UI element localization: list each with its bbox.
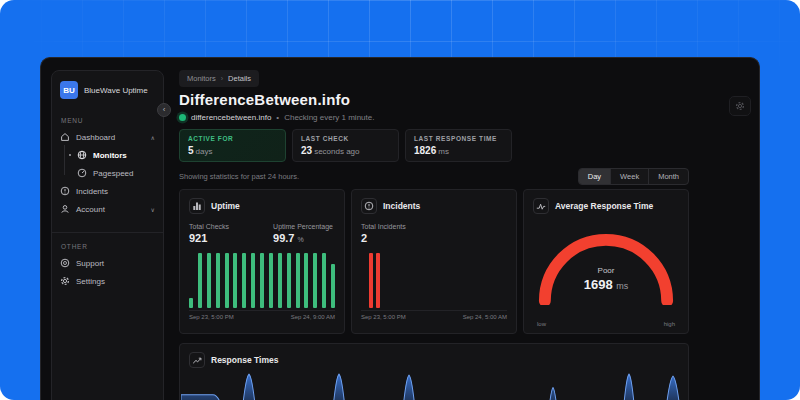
chevron-up-icon: ∧ xyxy=(151,134,155,141)
sidebar-item-label: Monitors xyxy=(93,151,127,160)
stat-value: 5days xyxy=(188,145,277,156)
total-checks: Total Checks 921 xyxy=(189,223,229,244)
stat-value: 23seconds ago xyxy=(301,145,390,156)
incidents-bar-chart xyxy=(361,253,507,308)
metric-cards-row: Uptime Total Checks 921 Uptime Percentag… xyxy=(179,189,689,334)
card-title: Average Response Time xyxy=(555,201,653,211)
app-name: BlueWave Uptime xyxy=(84,86,148,95)
stat-label: ACTIVE FOR xyxy=(188,135,277,142)
uptime-stats: Total Checks 921 Uptime Percentage 99.7 … xyxy=(189,223,335,244)
home-icon xyxy=(60,132,70,142)
uptime-percentage: Uptime Percentage 99.7 % xyxy=(273,223,333,244)
app-window: BU BlueWave Uptime ‹ MENU Dashboard ∧ Mo… xyxy=(40,57,760,400)
uptime-bar-chart xyxy=(189,253,335,308)
gear-icon xyxy=(735,101,745,111)
monitor-configure-button[interactable] xyxy=(729,96,751,116)
pulse-line-icon xyxy=(533,198,549,214)
breadcrumb-separator-icon: › xyxy=(221,75,223,82)
status-up-dot-icon xyxy=(179,114,186,121)
sidebar-collapse-button[interactable]: ‹ xyxy=(157,103,171,117)
gauge-icon xyxy=(77,168,87,178)
status-separator: • xyxy=(276,113,279,122)
gear-icon xyxy=(60,276,70,286)
stat-card-last-check: LAST CHECK 23seconds ago xyxy=(292,129,399,162)
monitor-status-row: differencebetween.info • Checking every … xyxy=(179,113,374,122)
checking-interval-note: Checking every 1 minute. xyxy=(284,113,374,122)
range-toggle-month[interactable]: Month xyxy=(648,169,688,184)
trend-up-icon xyxy=(189,352,205,368)
other-section-label: OTHER xyxy=(52,233,163,254)
uptime-card: Uptime Total Checks 921 Uptime Percentag… xyxy=(179,189,345,334)
response-times-path xyxy=(181,374,687,400)
stat-cards-row: ACTIVE FOR 5days LAST CHECK 23seconds ag… xyxy=(179,129,512,162)
sidebar-item-label: Dashboard xyxy=(76,133,115,142)
gauge-status-label: Poor xyxy=(533,266,679,275)
chevron-down-icon: ∨ xyxy=(151,206,155,213)
sidebar-item-label: Incidents xyxy=(76,187,108,196)
sidebar: BU BlueWave Uptime ‹ MENU Dashboard ∧ Mo… xyxy=(51,70,164,400)
stat-value: 1826ms xyxy=(414,145,503,156)
uptime-card-header: Uptime xyxy=(189,198,335,214)
stats-period-note: Showing statistics for past 24 hours. xyxy=(179,172,299,181)
range-toggle: Day Week Month xyxy=(578,168,689,185)
card-title: Uptime xyxy=(211,201,240,211)
uptime-x-axis: Sep 23, 5:00 PMSep 24, 9:00 AM xyxy=(189,310,335,320)
sidebar-item-incidents[interactable]: Incidents xyxy=(52,182,163,200)
app-logo-row: BU BlueWave Uptime xyxy=(52,71,163,107)
stats-note-row: Showing statistics for past 24 hours. Da… xyxy=(179,168,689,185)
globe-icon xyxy=(77,150,87,160)
app-logo: BU xyxy=(60,81,78,99)
stat-card-last-response-time: LAST RESPONSE TIME 1826ms xyxy=(405,129,512,162)
breadcrumb-monitors[interactable]: Monitors xyxy=(187,74,216,83)
page-title: DifferenceBetween.info xyxy=(179,91,350,108)
stat-label: LAST CHECK xyxy=(301,135,390,142)
response-times-chart xyxy=(181,372,687,400)
menu-section-label: MENU xyxy=(52,107,163,128)
breadcrumb: Monitors › Details xyxy=(179,70,259,87)
person-icon xyxy=(60,204,70,214)
help-icon xyxy=(60,258,70,268)
avg-response-card-header: Average Response Time xyxy=(533,198,679,214)
sidebar-item-account[interactable]: Account ∨ xyxy=(52,200,163,218)
incidents-card: Incidents Total Incidents 2 Sep 23, 5:00… xyxy=(351,189,517,334)
response-times-card: Response Times xyxy=(179,343,689,400)
sidebar-item-label: Pagespeed xyxy=(93,169,133,178)
sidebar-item-dashboard[interactable]: Dashboard ∧ xyxy=(52,128,163,146)
sidebar-item-label: Account xyxy=(76,205,105,214)
breadcrumb-details[interactable]: Details xyxy=(228,74,251,83)
range-toggle-day[interactable]: Day xyxy=(579,169,610,184)
stat-label: LAST RESPONSE TIME xyxy=(414,135,503,142)
alert-circle-icon xyxy=(60,186,70,196)
sidebar-item-label: Settings xyxy=(76,277,105,286)
card-title: Response Times xyxy=(211,355,278,365)
response-times-header: Response Times xyxy=(180,352,688,368)
sidebar-item-label: Support xyxy=(76,259,104,268)
avg-response-time-card: Average Response Time Poor 1698 ms lowhi… xyxy=(523,189,689,334)
alert-circle-icon xyxy=(361,198,377,214)
sidebar-item-settings[interactable]: Settings xyxy=(52,272,163,290)
bar-chart-icon xyxy=(189,198,205,214)
gauge-value: 1698 ms xyxy=(533,277,679,292)
sidebar-item-monitors[interactable]: Monitors xyxy=(52,146,163,164)
sidebar-item-pagespeed[interactable]: Pagespeed xyxy=(52,164,163,182)
incidents-stats: Total Incidents 2 xyxy=(361,223,507,244)
incidents-card-header: Incidents xyxy=(361,198,507,214)
page-background: BU BlueWave Uptime ‹ MENU Dashboard ∧ Mo… xyxy=(0,0,800,400)
response-time-gauge: Poor 1698 ms lowhigh xyxy=(533,226,679,327)
card-title: Incidents xyxy=(383,201,420,211)
incidents-x-axis: Sep 23, 5:00 PMSep 24, 5:00 AM xyxy=(361,310,507,320)
sidebar-item-support[interactable]: Support xyxy=(52,254,163,272)
main-content: Monitors › Details DifferenceBetween.inf… xyxy=(179,58,689,400)
stat-card-active-for: ACTIVE FOR 5days xyxy=(179,129,286,162)
monitor-url: differencebetween.info xyxy=(191,113,271,122)
range-toggle-week[interactable]: Week xyxy=(610,169,648,184)
total-incidents: Total Incidents 2 xyxy=(361,223,406,244)
gauge-scale-labels: lowhigh xyxy=(537,321,675,327)
